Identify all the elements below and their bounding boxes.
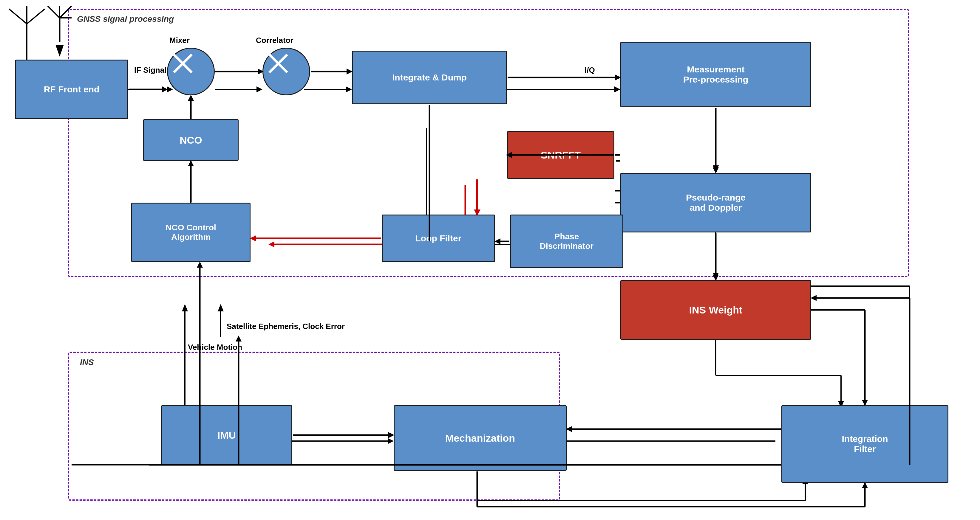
imu-block: IMU bbox=[161, 405, 292, 465]
pseudorange-doppler-label: Pseudo-rangeand Doppler bbox=[686, 192, 746, 213]
integrate-dump-block: Integrate & Dump bbox=[352, 51, 507, 104]
diagram-container: GNSS signal processing INS bbox=[0, 0, 980, 520]
phase-discriminator-label: PhaseDiscriminator bbox=[540, 232, 594, 251]
measurement-preprocessing-block: MeasurementPre-processing bbox=[620, 42, 811, 107]
pseudorange-doppler-block: Pseudo-rangeand Doppler bbox=[620, 173, 811, 232]
vehicle-motion-label: Vehicle Motion bbox=[188, 343, 242, 352]
svg-line-2 bbox=[27, 9, 45, 24]
loop-filter-label: Loop Filter bbox=[415, 233, 462, 243]
imu-label: IMU bbox=[217, 430, 236, 441]
integrate-dump-label: Integrate & Dump bbox=[392, 73, 467, 82]
loop-filter-block: Loop Filter bbox=[382, 214, 495, 262]
rf-front-end-block: RF Front end bbox=[15, 60, 128, 119]
mechanization-block: Mechanization bbox=[394, 405, 566, 471]
iq-label: I/Q bbox=[585, 65, 595, 75]
phase-discriminator-block: PhaseDiscriminator bbox=[510, 214, 623, 268]
nco-control-label: NCO ControlAlgorithm bbox=[165, 223, 216, 242]
ins-weight-block: INS Weight bbox=[620, 280, 811, 340]
snrfft-label: SNRFFT bbox=[541, 149, 581, 161]
integration-filter-block: IntegrationFilter bbox=[781, 405, 948, 483]
nco-control-block: NCO ControlAlgorithm bbox=[131, 203, 251, 262]
ins-weight-label: INS Weight bbox=[689, 304, 743, 316]
nco-label: NCO bbox=[180, 135, 202, 146]
correlator-label: Correlator bbox=[256, 36, 293, 45]
mixer-label: Mixer bbox=[169, 36, 190, 45]
svg-line-1 bbox=[9, 9, 27, 24]
correlator-block bbox=[262, 48, 310, 95]
snrfft-block: SNRFFT bbox=[507, 131, 614, 179]
integration-filter-label: IntegrationFilter bbox=[842, 434, 888, 454]
nco-block: NCO bbox=[143, 119, 239, 161]
mechanization-label: Mechanization bbox=[445, 433, 515, 444]
mixer-block bbox=[167, 48, 215, 95]
if-signal-label: IF Signal bbox=[134, 65, 166, 75]
satellite-ephemeris-label: Satellite Ephemeris, Clock Error bbox=[227, 322, 345, 331]
measurement-preprocessing-label: MeasurementPre-processing bbox=[683, 64, 748, 85]
rf-front-end-label: RF Front end bbox=[44, 84, 100, 95]
